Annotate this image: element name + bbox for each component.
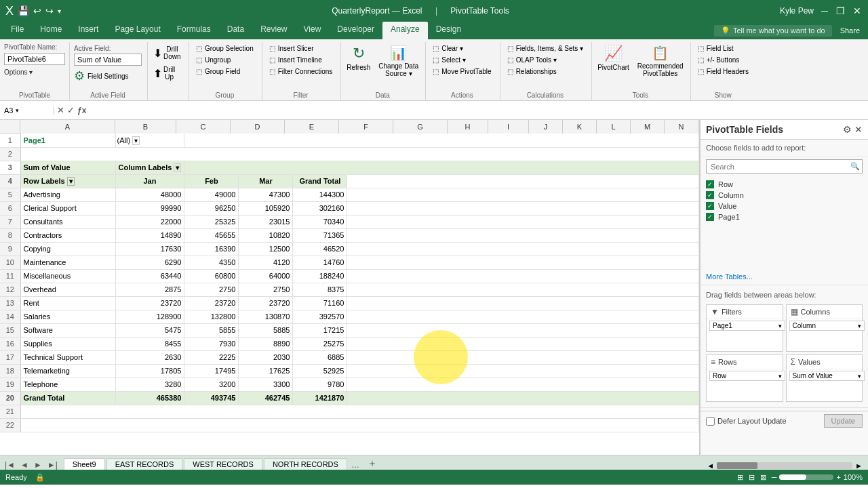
cell-c20[interactable]: 493745 [184,391,239,405]
filters-item-page1[interactable]: Page1 ▾ [709,321,785,331]
cell-c12[interactable]: 2750 [184,283,239,296]
cell-c15[interactable]: 5855 [184,323,239,337]
sheet-tab-north[interactable]: NORTH RECORDS [264,458,347,470]
field-checkbox-column[interactable]: ✓ [706,191,714,199]
cell-e12[interactable]: 8375 [293,283,347,296]
cell-d15[interactable]: 5885 [239,323,293,337]
tell-me[interactable]: 💡 Tell me what you want to do [714,25,832,37]
cell-b14[interactable]: 128900 [115,310,184,323]
cell-a13[interactable]: Rent [20,296,115,310]
cell-d17[interactable]: 2030 [239,350,293,364]
cell-e13[interactable]: 71160 [293,296,347,310]
cell-d19[interactable]: 3300 [239,378,293,391]
col-header-a[interactable]: A [20,120,115,134]
col-header-g[interactable]: G [393,120,448,134]
col-header-k[interactable]: K [563,120,597,134]
cell-b17[interactable]: 2630 [115,350,184,364]
plusminus-buttons-button[interactable]: ⬚ +/- Buttons [694,55,744,65]
cell-c14[interactable]: 132800 [184,310,239,323]
cell-e16[interactable]: 25275 [293,337,347,350]
cell-b3[interactable]: Column Labels ▾ [115,161,184,174]
cell-a9[interactable]: Copying [20,242,115,256]
tab-data[interactable]: Data [219,22,252,39]
tab-view[interactable]: View [296,22,330,39]
scroll-right-icon[interactable]: ► [852,462,865,470]
qs-undo[interactable]: ↩ [33,5,41,16]
col-header-h[interactable]: H [448,120,488,134]
col-header-m[interactable]: M [631,120,665,134]
tab-insert[interactable]: Insert [70,22,106,39]
share-button[interactable]: Share [840,26,860,35]
tab-home[interactable]: Home [32,22,70,39]
cell-a3[interactable]: Sum of Value [20,161,115,174]
cell-d10[interactable]: 4120 [239,256,293,269]
cell-c7[interactable]: 25325 [184,215,239,228]
cell-b6[interactable]: 99990 [115,201,184,215]
ungroup-button[interactable]: ⬚ Ungroup [192,55,235,65]
col-header-i[interactable]: I [488,120,529,134]
cell-c17[interactable]: 2225 [184,350,239,364]
cell-b16[interactable]: 8455 [115,337,184,350]
col-header-f[interactable]: F [339,120,393,134]
win-restore[interactable]: ❐ [835,5,846,16]
insert-slicer-button[interactable]: ⬚ Insert Slicer [265,43,318,54]
cell-d11[interactable]: 64000 [239,269,293,283]
zoom-slider[interactable] [779,474,833,480]
recommended-pivottables-button[interactable]: 📋 RecommendedPivotTables [635,43,686,84]
field-headers-button[interactable]: ⬚ Field Headers [694,66,753,77]
col-header-j[interactable]: J [529,120,563,134]
cell-b20[interactable]: 465380 [115,391,184,405]
active-field-input[interactable] [74,54,142,66]
qs-save[interactable]: 💾 [18,5,29,16]
move-pivottable-button[interactable]: ⬚ Move PivotTable [429,66,495,77]
cell-b4[interactable]: Jan [115,174,184,188]
cell-e17[interactable]: 6885 [293,350,347,364]
cell-c8[interactable]: 45655 [184,228,239,242]
col-header-d[interactable]: D [231,120,285,134]
col-header-l[interactable]: L [597,120,631,134]
rows-item-row[interactable]: Row ▾ [709,371,785,381]
panel-close-icon[interactable]: ✕ [854,124,863,135]
group-field-button[interactable]: ⬚ Group Field [192,66,244,77]
cell-d8[interactable]: 10820 [239,228,293,242]
tabs-nav-next[interactable]: ► [32,460,44,470]
cell-d4[interactable]: Mar [239,174,293,188]
cell-e11[interactable]: 188240 [293,269,347,283]
sheet-tab-east[interactable]: EAST RECORDS [106,458,183,470]
cell-b10[interactable]: 6290 [115,256,184,269]
cell-c9[interactable]: 16390 [184,242,239,256]
insert-function-icon[interactable]: ƒx [77,106,86,115]
filter-connections-button[interactable]: ⬚ Filter Connections [265,66,337,77]
cell-b8[interactable]: 14890 [115,228,184,242]
cell-b5[interactable]: 48000 [115,188,184,201]
cell-a20[interactable]: Grand Total [20,391,115,405]
cell-e14[interactable]: 392570 [293,310,347,323]
tabs-nav-prev[interactable]: ◄ [18,460,31,470]
cell-e10[interactable]: 14760 [293,256,347,269]
view-layout-icon[interactable]: ⊟ [749,473,755,482]
tabs-nav-last[interactable]: ►| [45,460,60,470]
cell-d12[interactable]: 2750 [239,283,293,296]
select-button[interactable]: ⬚ Select ▾ [429,55,470,65]
tab-design[interactable]: Design [428,22,469,39]
refresh-button[interactable]: ↻ Refresh [344,43,373,84]
cell-a8[interactable]: Contractors [20,228,115,242]
cell-b9[interactable]: 17630 [115,242,184,256]
cell-d18[interactable]: 17625 [239,364,293,378]
cell-d14[interactable]: 130870 [239,310,293,323]
col-header-b[interactable]: B [115,120,176,134]
col-header-e[interactable]: E [285,120,339,134]
cell-a12[interactable]: Overhead [20,283,115,296]
cell-c11[interactable]: 60800 [184,269,239,283]
cell-a6[interactable]: Clerical Support [20,201,115,215]
tab-analyze[interactable]: Analyze [382,22,428,39]
cell-e15[interactable]: 17215 [293,323,347,337]
cell-c5[interactable]: 49000 [184,188,239,201]
insert-timeline-button[interactable]: ⬚ Insert Timeline [265,55,326,65]
cell-e7[interactable]: 70340 [293,215,347,228]
columns-item-column[interactable]: Column ▾ [789,321,865,331]
group-selection-button[interactable]: ⬚ Group Selection [192,43,258,54]
field-list-button[interactable]: ⬚ Field List [694,43,738,54]
win-close[interactable]: ✕ [852,5,863,16]
search-icon[interactable]: 🔍 [848,160,862,173]
